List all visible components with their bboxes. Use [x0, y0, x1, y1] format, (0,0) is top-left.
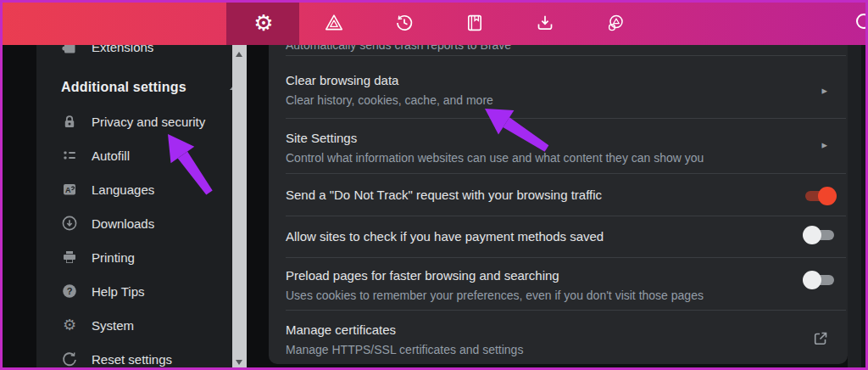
row-title: Clear browsing data: [286, 72, 848, 89]
sidebar-item-autofill[interactable]: Autofill: [36, 145, 232, 165]
scroll-up-icon[interactable]: [236, 52, 242, 57]
svg-text:?: ?: [67, 286, 73, 296]
row-subtitle: Manage HTTPS/SSL certificates and settin…: [286, 341, 848, 358]
sidebar-item-downloads[interactable]: Downloads: [36, 213, 232, 233]
row-title: Site Settings: [286, 130, 848, 147]
page-scrollbar[interactable]: [861, 45, 865, 370]
sidebar-item-privacy-and-security[interactable]: Privacy and security: [36, 111, 232, 132]
translate-icon: A: [60, 180, 79, 199]
history-clock-icon[interactable]: [387, 6, 421, 40]
sidebar-item-label: Printing: [92, 250, 135, 265]
row-preload-pages[interactable]: Preload pages for faster browsing and se…: [269, 257, 848, 310]
brave-triangle-icon[interactable]: [317, 6, 351, 40]
row-title: Allow sites to check if you have payment…: [286, 228, 848, 245]
sidebar-item-label: Autofill: [92, 149, 130, 163]
toggle-on[interactable]: [803, 186, 837, 206]
row-title: Send a "Do Not Track" request with your …: [286, 187, 848, 204]
sidebar-item-label: Languages: [92, 182, 154, 197]
sidebar-item-label: Downloads: [92, 216, 154, 231]
gear-icon: ⚙: [60, 316, 79, 334]
settings-sidebar: Extensions Additional settings Privacy a…: [36, 0, 232, 370]
row-do-not-track[interactable]: Send a "Do Not Track" request with your …: [269, 173, 848, 216]
section-label: Additional settings: [61, 80, 186, 95]
brave-settings-window: Extensions Additional settings Privacy a…: [0, 0, 868, 370]
toggle-knob[interactable]: [803, 226, 821, 244]
download-circle-icon: [60, 214, 79, 233]
toggle-off[interactable]: [803, 270, 837, 290]
row-subtitle: Control what information websites can us…: [286, 149, 848, 166]
toggle-knob[interactable]: [818, 187, 837, 205]
row-manage-certificates[interactable]: Manage certificates Manage HTTPS/SSL cer…: [269, 310, 848, 364]
autofill-list-icon: [60, 146, 79, 165]
scroll-down-icon[interactable]: [236, 360, 242, 365]
sidebar-item-reset-settings[interactable]: Reset settings: [36, 349, 232, 369]
sidebar-item-help-tips[interactable]: ? Help Tips: [36, 281, 232, 301]
bookmarks-book-icon[interactable]: [458, 6, 492, 40]
toggle-knob[interactable]: [803, 271, 821, 289]
chevron-right-icon[interactable]: ▸: [821, 138, 827, 152]
sidebar-item-system[interactable]: ⚙ System: [36, 315, 232, 335]
sidebar-section-additional-settings[interactable]: Additional settings: [61, 77, 231, 98]
lock-icon: [60, 112, 79, 131]
toggle-off[interactable]: [803, 225, 837, 245]
row-title: Manage certificates: [286, 322, 848, 339]
row-site-settings[interactable]: Site Settings Control what information w…: [269, 118, 848, 173]
help-circle-icon: ?: [60, 282, 79, 300]
download-tray-icon[interactable]: [528, 6, 562, 40]
settings-card: Automatically sends crash reports to Bra…: [269, 0, 848, 364]
sidebar-item-languages[interactable]: A Languages: [36, 179, 232, 199]
content-right-margin: [848, 45, 868, 370]
external-link-icon[interactable]: [812, 330, 829, 350]
row-payment-methods[interactable]: Allow sites to check if you have payment…: [269, 216, 848, 257]
rewards-badge-icon[interactable]: [598, 6, 632, 40]
chevron-right-icon[interactable]: ▸: [821, 84, 827, 98]
sidebar-item-label: System: [92, 318, 134, 333]
row-title: Preload pages for faster browsing and se…: [286, 267, 848, 284]
browser-toolbar: ⚙: [0, 0, 868, 45]
settings-gear-icon[interactable]: ⚙: [247, 6, 281, 40]
reset-icon: [60, 350, 79, 368]
row-subtitle: Clear history, cookies, cache, and more: [286, 92, 848, 109]
printer-icon: [60, 248, 79, 266]
sidebar-item-label: Privacy and security: [92, 115, 205, 129]
svg-text:A: A: [65, 186, 71, 194]
sidebar-item-label: Reset settings: [92, 352, 172, 367]
row-clear-browsing-data[interactable]: Clear browsing data Clear history, cooki…: [269, 55, 848, 118]
sidebar-item-printing[interactable]: Printing: [36, 247, 232, 267]
sidebar-item-label: Help Tips: [92, 284, 145, 299]
row-subtitle: Uses cookies to remember your preference…: [286, 287, 848, 304]
search-icon[interactable]: [848, 6, 868, 40]
sidebar-scrollbar[interactable]: [232, 45, 247, 370]
